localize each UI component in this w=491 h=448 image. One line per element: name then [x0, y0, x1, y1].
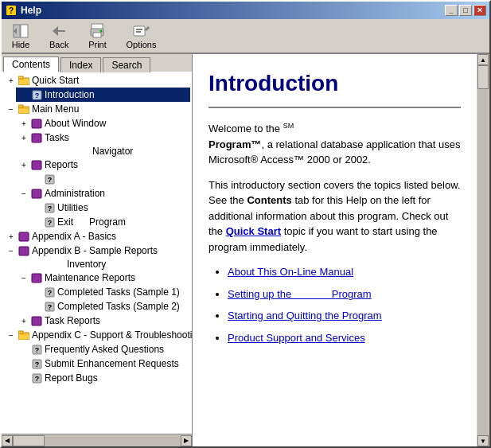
link-setup[interactable]: Setting up the Program [228, 288, 372, 300]
tree-item-mainmenu[interactable]: − Main Menu [3, 102, 190, 116]
close-button[interactable]: ✕ [473, 5, 486, 16]
welcome-text-1: Welcome to the [208, 123, 280, 134]
tree-item-completed1[interactable]: ? Completed Tasks (Sample 1) [29, 285, 190, 299]
expand-icon: + [18, 131, 30, 144]
svg-text:?: ? [34, 360, 39, 368]
scroll-down-button[interactable]: ▼ [477, 435, 489, 446]
tree-item-reports[interactable]: + Reports [16, 158, 190, 172]
scroll-left-button[interactable]: ◀ [2, 435, 13, 446]
svg-text:?: ? [9, 6, 14, 15]
tab-contents[interactable]: Contents [3, 56, 59, 72]
expand-icon: + [18, 314, 30, 327]
question-icon: ? [43, 286, 56, 298]
tree-label: Main Menu [32, 103, 79, 115]
options-button[interactable]: Options [119, 21, 162, 51]
hide-button[interactable]: Hide [5, 21, 37, 51]
svg-rect-27 [32, 189, 41, 198]
expand-icon [30, 173, 43, 185]
expand-icon: − [18, 271, 30, 284]
superscript-sm: SM [283, 122, 294, 130]
content-body: Introduction Welcome to the SM Program™,… [193, 54, 477, 364]
tree-label: Introduction [45, 89, 95, 100]
tree-item-faq[interactable]: ? Frequently Asked Questions [16, 342, 190, 356]
tree-item-completed2[interactable]: ? Completed Tasks (Sample 2) [29, 299, 190, 314]
scroll-up-button[interactable]: ▲ [477, 54, 489, 65]
tree-label: Completed Tasks (Sample 1) [57, 286, 180, 298]
svg-marker-14 [145, 26, 150, 31]
tree-item-exit[interactable]: ? Exit Program [29, 215, 190, 229]
tree-item-bugs[interactable]: ? Report Bugs [16, 371, 190, 385]
tree-label: Appendix A - Basics [32, 231, 116, 242]
back-button[interactable]: Back [43, 21, 75, 51]
scroll-thumb-v[interactable] [477, 65, 489, 89]
open-folder-icon [18, 329, 30, 341]
tab-index[interactable]: Index [60, 57, 101, 72]
options-icon [131, 22, 150, 40]
tree-item-inventory[interactable]: Inventory [16, 258, 190, 271]
tree-item-tasks[interactable]: + Tasks [16, 131, 190, 145]
svg-rect-34 [32, 274, 41, 282]
maximize-button[interactable]: □ [459, 5, 472, 16]
purple-icon [18, 244, 30, 257]
svg-rect-3 [21, 25, 28, 37]
tree-label: Appendix B - Sample Reports [32, 245, 158, 256]
expand-icon: + [5, 74, 18, 87]
expand-icon: + [18, 158, 30, 171]
print-button[interactable]: Print [81, 21, 113, 51]
tree-item-appendixa[interactable]: + Appendix A - Basics [3, 229, 190, 243]
tree-item-maintenance[interactable]: − Maintenance Reports [16, 271, 190, 285]
svg-text:?: ? [47, 205, 52, 212]
contents-bold: Contents [247, 194, 291, 206]
tree-item-aboutwindow[interactable]: + About Window [16, 116, 190, 131]
scroll-thumb[interactable] [13, 435, 45, 446]
scroll-right-button[interactable]: ▶ [181, 435, 192, 446]
expand-icon [30, 216, 43, 228]
scroll-track-v [477, 89, 489, 435]
doc-icon: ? [30, 88, 43, 101]
tree-item-utilities[interactable]: ? Utilities [29, 201, 190, 215]
link-support[interactable]: Product Support and Services [228, 332, 365, 344]
quick-start-link[interactable]: Quick Start [226, 225, 281, 237]
purple-icon [18, 230, 30, 243]
tree-item-introduction[interactable]: ? Introduction [16, 88, 190, 102]
tab-search[interactable]: Search [103, 57, 150, 72]
tree-label: Frequently Asked Questions [45, 344, 164, 355]
svg-rect-20 [18, 105, 23, 107]
back-label: Back [49, 40, 68, 49]
purple-icon [30, 314, 43, 327]
tree-view[interactable]: + Quick Start ? [2, 72, 192, 434]
expand-icon: + [5, 230, 18, 243]
list-item-3: Starting and Quitting the Program [228, 308, 461, 324]
link-about[interactable]: About This On-Line Manual [228, 266, 353, 278]
svg-rect-41 [18, 331, 23, 333]
purple-icon [30, 187, 43, 200]
print-icon [88, 22, 107, 40]
tree-item-taskreports[interactable]: + Task Reports [16, 314, 190, 328]
minimize-button[interactable]: _ [445, 5, 458, 16]
tree-item-administration[interactable]: − Administration [16, 186, 190, 201]
tabs-bar: Contents Index Search [2, 54, 192, 72]
tree-item-appendixc[interactable]: − Appendix C - Support & Troubleshooting [3, 328, 190, 342]
hide-label: Hide [12, 40, 30, 49]
tree-item-enhancement[interactable]: ? Submit Enhancement Requests [16, 356, 190, 371]
svg-text:?: ? [47, 303, 52, 311]
link-starting[interactable]: Starting and Quitting the Program [228, 310, 382, 321]
tree-item-q1[interactable]: ? [29, 172, 190, 186]
expand-icon [18, 343, 30, 356]
expand-icon [18, 88, 30, 101]
tree-label: Exit [57, 216, 73, 228]
tree-label: Report Bugs [45, 372, 98, 384]
question-icon: ? [43, 173, 56, 185]
svg-rect-9 [93, 33, 101, 37]
tree-item-navigator[interactable]: Navigator [29, 145, 190, 158]
welcome-text-2: Program™ [208, 138, 261, 150]
title-bar: ? Help _ □ ✕ [2, 2, 489, 19]
tree-item-quickstart[interactable]: + Quick Start [3, 73, 190, 88]
svg-text:?: ? [34, 92, 39, 99]
svg-text:?: ? [47, 219, 52, 227]
tree-item-appendixb[interactable]: − Appendix B - Sample Reports [3, 243, 190, 258]
list-item-1: About This On-Line Manual [228, 264, 461, 280]
tree-label: Reports [45, 159, 78, 170]
svg-text:?: ? [47, 176, 52, 184]
expand-icon [30, 201, 43, 214]
